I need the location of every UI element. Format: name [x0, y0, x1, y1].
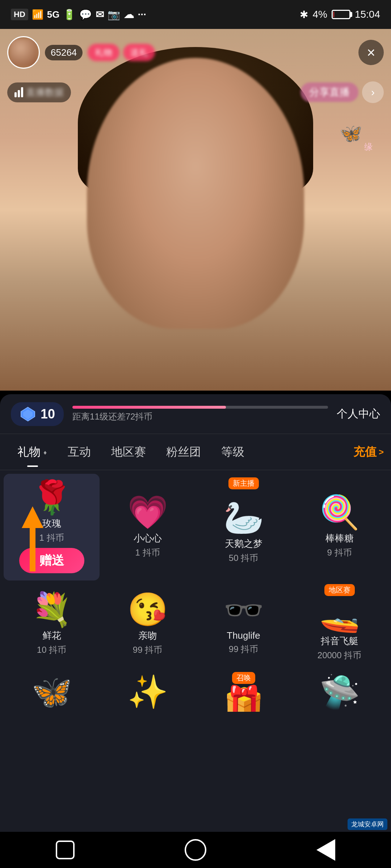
- recharge-arrow-icon: >: [379, 447, 384, 457]
- avatar[interactable]: [7, 36, 40, 69]
- tab-gifts[interactable]: 礼物 ⬧: [7, 434, 58, 470]
- gift-thuglife-emoji: 🕶️: [223, 594, 264, 626]
- sort-icon: ⬧: [43, 447, 47, 457]
- tab-fans-label: 粉丝团: [166, 444, 201, 460]
- gift-thuglife-name: Thuglife: [227, 630, 260, 641]
- nav-circle-icon: [185, 839, 206, 861]
- tab-interact[interactable]: 互动: [58, 434, 101, 470]
- gift-item-swan[interactable]: 新主播 🦢 天鹅之梦 50 抖币: [196, 474, 291, 580]
- nav-triangle-icon: [316, 839, 335, 861]
- progress-text: 距离11级还差72抖币: [72, 411, 328, 422]
- gift-item-speedboat[interactable]: 地区赛 🚤 抖音飞艇 20000 抖币: [291, 580, 387, 668]
- coins-row: 10 距离11级还差72抖币 个人中心: [0, 394, 391, 434]
- arrow-up-icon: [22, 506, 43, 528]
- status-right: ✱ 4% 15:04: [300, 9, 380, 21]
- message-icon: ✉: [96, 9, 104, 21]
- tabs-row: 礼物 ⬧ 互动 地区赛 粉丝团 等级 充值 >: [0, 434, 391, 470]
- gift-item-rose[interactable]: 🌹 玫瑰 1 抖币 赠送: [4, 474, 100, 580]
- bottom-panel: 10 距离11级还差72抖币 个人中心 礼物 ⬧ 互动 地区赛 粉丝团 等级 充…: [0, 394, 391, 832]
- streamer-info: 65264 礼物 送礼: [7, 36, 155, 69]
- gift-item-partial-2[interactable]: ✨: [100, 668, 196, 712]
- recharge-label: 充值: [353, 444, 377, 460]
- nav-square-icon: [56, 841, 75, 859]
- gift-badge-2: 送礼: [123, 44, 155, 61]
- gift-speedboat-emoji: 🚤: [319, 599, 360, 631]
- tab-recharge[interactable]: 充值 >: [353, 444, 384, 460]
- diamond-badge: 10: [11, 402, 64, 426]
- gift-swan-name: 天鹅之梦: [225, 537, 262, 550]
- gift-partial-2-emoji: ✨: [127, 676, 168, 708]
- arrow-annotation: [22, 506, 43, 571]
- battery-percent: 4%: [312, 9, 327, 20]
- hd-badge: HD: [11, 9, 28, 20]
- bar-chart-icon: [14, 87, 23, 97]
- gifts-row-2: 💐 鲜花 10 抖币 😘 亲吻 99 抖币 🕶️ Thuglife 99 抖币 …: [0, 580, 391, 668]
- gift-item-partial-1[interactable]: 🦋: [4, 668, 100, 712]
- gift-flowers-price: 10 抖币: [37, 644, 66, 656]
- gift-speedboat-price: 20000 抖币: [318, 650, 361, 661]
- diamond-icon: [20, 406, 36, 422]
- watermark-text: 龙城安卓网: [348, 818, 387, 830]
- gift-item-heart[interactable]: 💗 小心心 1 抖币: [100, 474, 196, 580]
- gift-heart-emoji: 💗: [127, 496, 168, 528]
- notification-icon-1: 🔋: [63, 9, 76, 21]
- nav-home-button[interactable]: [183, 837, 208, 863]
- gift-kiss-name: 亲吻: [138, 629, 157, 642]
- cloud-icon: ☁: [124, 9, 134, 21]
- tab-region[interactable]: 地区赛: [101, 434, 156, 470]
- progress-info: 距离11级还差72抖币: [72, 406, 328, 422]
- gift-heart-price: 1 抖币: [135, 547, 160, 558]
- gift-item-lollipop[interactable]: 🍭 棒棒糖 9 抖币: [291, 474, 387, 580]
- status-bar: HD 📶 5G 🔋 💬 ✉ 📷 ☁ ··· ✱ 4% 15:04: [0, 0, 391, 29]
- gift-badges: 礼物 送礼: [88, 44, 155, 61]
- time-display: 15:04: [355, 9, 380, 20]
- tab-level[interactable]: 等级: [211, 434, 255, 470]
- video-icon: 📷: [108, 9, 120, 21]
- personal-center-button[interactable]: 个人中心: [337, 407, 380, 421]
- gift-partial-1-emoji: 🦋: [31, 676, 72, 708]
- gift-partial-3-emoji: 🎁: [223, 686, 264, 712]
- gift-flowers-name: 鲜花: [42, 629, 61, 642]
- second-bar: 直播数据 分享直播 ›: [0, 76, 391, 109]
- expand-arrow-button[interactable]: ›: [362, 81, 384, 103]
- gift-swan-badge: 新主播: [228, 477, 259, 489]
- stats-text: 直播数据: [26, 86, 64, 99]
- gift-item-kiss[interactable]: 😘 亲吻 99 抖币: [100, 580, 196, 668]
- wechat-icon: 💬: [79, 9, 92, 21]
- gift-badge-1: 礼物: [88, 44, 119, 61]
- gift-item-flowers[interactable]: 💐 鲜花 10 抖币: [4, 580, 100, 668]
- tab-interact-label: 互动: [68, 444, 91, 460]
- gift-lollipop-emoji: 🍭: [319, 496, 360, 528]
- gifts-row-3: 🦋 ✨ 召唤 🎁 🛸: [0, 668, 391, 712]
- close-button[interactable]: ×: [358, 40, 384, 65]
- right-action: 分享直播 ›: [300, 81, 384, 103]
- gifts-row-1: 🌹 玫瑰 1 抖币 赠送 💗 小心心 1 抖币 新主播 🦢 天鹅之梦 50 抖币…: [0, 470, 391, 580]
- more-icon: ···: [138, 9, 146, 20]
- signal-type: 5G: [47, 9, 60, 20]
- gift-item-partial-3[interactable]: 召唤 🎁: [196, 668, 291, 712]
- gift-item-thuglife[interactable]: 🕶️ Thuglife 99 抖币: [196, 580, 291, 668]
- gift-item-partial-4[interactable]: 🛸: [291, 668, 387, 712]
- gift-kiss-emoji: 😘: [127, 593, 168, 626]
- gift-lollipop-name: 棒棒糖: [325, 532, 354, 545]
- gift-speedboat-badge: 地区赛: [324, 584, 355, 596]
- blurred-action-text: 分享直播: [300, 82, 358, 102]
- nav-back-button[interactable]: [52, 837, 78, 863]
- gift-rose-name: 玫瑰: [42, 517, 61, 530]
- butterfly-label: 缘: [364, 141, 373, 153]
- arrow-shaft: [30, 528, 35, 571]
- top-bar: 65264 礼物 送礼 ×: [0, 29, 391, 76]
- gift-swan-price: 50 抖币: [229, 552, 258, 564]
- bottom-navigation: [0, 832, 391, 868]
- nav-recents-button[interactable]: [313, 837, 339, 863]
- gift-thuglife-price: 99 抖币: [229, 643, 258, 655]
- gift-summon-badge: 召唤: [232, 672, 255, 684]
- bluetooth-icon: ✱: [300, 9, 308, 21]
- gift-speedboat-name: 抖音飞艇: [321, 635, 358, 647]
- butterfly-decoration: 🦋: [340, 123, 362, 144]
- battery-icon: [332, 10, 350, 19]
- gift-flowers-emoji: 💐: [31, 593, 72, 626]
- stats-button[interactable]: 直播数据: [7, 82, 71, 102]
- tab-region-label: 地区赛: [111, 444, 146, 460]
- tab-fans[interactable]: 粉丝团: [156, 434, 211, 470]
